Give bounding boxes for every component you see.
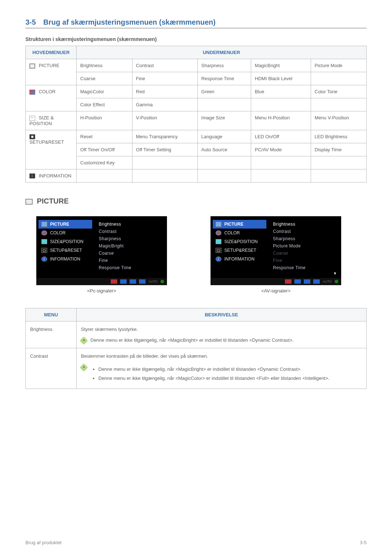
osd-option: Response Time: [99, 264, 163, 271]
osd-item-label: SETUP&RESET: [50, 248, 82, 253]
cell: PC/AV Mode: [251, 143, 311, 156]
osd-option: Brightness: [99, 221, 163, 228]
close-icon: [285, 279, 291, 284]
osd-option: Coarse: [99, 250, 163, 257]
osd-option-dimmed: Coarse: [273, 250, 337, 257]
cell: [311, 156, 366, 169]
osd-item-label: COLOR: [50, 230, 66, 235]
divider: [25, 28, 367, 28]
cell: Sharpness: [197, 59, 251, 72]
osd-item-picture: PICTURE: [213, 220, 266, 229]
cell: Coarse: [77, 72, 132, 85]
th-menu: MENU: [26, 308, 77, 321]
osd-option: Contrast: [273, 228, 337, 235]
osd-pc-leftnav: PICTURE COLOR SIZE&POSITION SETUP&RESET …: [36, 216, 94, 285]
cell: V-Position: [132, 111, 197, 130]
picture-heading-text: PICTURE: [37, 197, 69, 205]
osd-option-dimmed: Fine: [273, 257, 337, 264]
size-icon: [41, 239, 47, 244]
cell: Response Time: [197, 72, 251, 85]
picture-icon: [41, 222, 47, 227]
desc-contrast: Bestemmer kontrasten på de billeder, der…: [77, 348, 367, 389]
osd-av-block: PICTURE COLOR SIZE&POSITION SETUP&RESET …: [211, 216, 341, 294]
osd-item-color: COLOR: [38, 229, 92, 237]
th-description: BESKRIVELSE: [77, 308, 367, 321]
setup-icon: [216, 248, 221, 253]
cell: Contrast: [132, 59, 197, 72]
cell: Picture Mode: [311, 59, 366, 72]
cell: Customized Key: [77, 156, 132, 169]
down-icon: [120, 279, 127, 284]
color-icon: [216, 230, 221, 235]
note-bullet: Denne menu er ikke tilgængelig, når <Mag…: [98, 375, 330, 382]
cell: Menu H-Position: [251, 111, 311, 130]
cell: Blue: [251, 85, 311, 98]
cell: Off Timer Setting: [132, 143, 197, 156]
osd-av-leftnav: PICTURE COLOR SIZE&POSITION SETUP&RESET …: [211, 216, 269, 285]
mainmenu-picture: PICTURE: [26, 59, 77, 85]
cell: Gamma: [132, 98, 197, 111]
setup-label: SETUP&RESET: [29, 139, 64, 145]
cell: Off Timer On/Off: [77, 143, 132, 156]
osd-item-label: PICTURE: [50, 222, 69, 227]
cell: Auto Source: [197, 143, 251, 156]
info-icon: [29, 173, 35, 178]
setup-icon: [29, 134, 35, 139]
osd-option: Picture Mode: [273, 242, 337, 250]
mainmenu-color: COLOR: [26, 85, 77, 111]
desc-text: Styrer skærmens lysstyrke.: [81, 326, 362, 333]
color-icon: [41, 230, 47, 235]
down-icon: [294, 279, 301, 284]
cell: [311, 98, 366, 111]
cell: [132, 169, 197, 182]
description-table: MENU BESKRIVELSE Brightness Styrer skærm…: [25, 308, 367, 389]
cell: Color Effect: [77, 98, 132, 111]
power-icon: [160, 280, 164, 283]
enter-icon: [313, 279, 320, 284]
mainmenu-info: INFORMATION: [26, 169, 77, 182]
power-icon: [335, 280, 338, 283]
osd-option: MagicBright: [99, 242, 163, 250]
mainmenu-size: SIZE & POSITION: [26, 111, 77, 130]
osd-pc-block: PICTURE COLOR SIZE&POSITION SETUP&RESET …: [36, 216, 167, 294]
osd-option: Contrast: [99, 228, 163, 235]
cell: [132, 156, 197, 169]
cell: [197, 169, 251, 182]
osd-option: Sharpness: [99, 235, 163, 242]
osd-item-label: SETUP&RESET: [224, 248, 256, 253]
picture-heading-icon: [25, 199, 33, 205]
note-icon: [80, 363, 88, 372]
cell: Green: [197, 85, 251, 98]
cell: [197, 156, 251, 169]
note-block: Denne menu er ikke tilgængelig, når <Mag…: [81, 364, 362, 384]
osd-av-options: Brightness Contrast Sharpness Picture Mo…: [269, 216, 341, 285]
osd-item-size: SIZE&POSITION: [38, 237, 92, 246]
picture-icon: [29, 63, 35, 69]
picture-section-heading: PICTURE: [25, 197, 367, 205]
th-mainmenus: HOVEDMENUER: [26, 46, 77, 59]
cell: H-Position: [77, 111, 132, 130]
info-label: INFORMATION: [39, 173, 72, 178]
note-bullet: Denne menu er ikke tilgængelig, når <Mag…: [98, 366, 330, 373]
osd-option: Response Time: [273, 264, 337, 271]
menu-structure-table: HOVEDMENUER UNDERMENUER PICTURE Brightne…: [25, 46, 367, 182]
cell: HDMI Black Level: [251, 72, 311, 85]
cell: Fine: [132, 72, 197, 85]
cell: [251, 156, 311, 169]
osd-item-info: INFORMATION: [213, 255, 266, 263]
osd-item-setup: SETUP&RESET: [38, 246, 92, 255]
osd-item-label: SIZE&POSITION: [224, 239, 258, 244]
cell: MagicColor: [77, 85, 132, 98]
auto-label: AUTO: [148, 280, 158, 283]
color-icon: [29, 90, 35, 95]
osd-pc: PICTURE COLOR SIZE&POSITION SETUP&RESET …: [36, 216, 167, 285]
osd-item-size: SIZE&POSITION: [213, 237, 266, 246]
footer-left: Brug af produktet: [25, 540, 62, 545]
osd-option: Sharpness: [273, 235, 337, 242]
osd-item-label: COLOR: [224, 230, 240, 235]
osd-item-label: SIZE&POSITION: [50, 239, 83, 244]
scroll-down-icon: ▼: [273, 271, 337, 275]
mainmenu-setup: SETUP&RESET: [26, 130, 77, 169]
cell: LED On/Off: [251, 130, 311, 143]
osd-option: Fine: [99, 257, 163, 264]
